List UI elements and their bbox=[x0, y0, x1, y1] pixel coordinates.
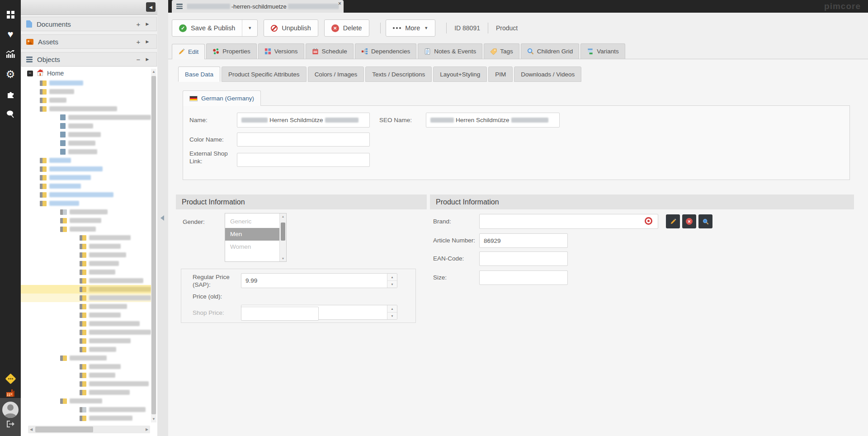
gender-list-scrollbar[interactable]: ▲ ▼ bbox=[279, 213, 286, 261]
tree-row[interactable] bbox=[21, 371, 151, 379]
tree-row[interactable] bbox=[21, 182, 151, 190]
favorites-heart-icon[interactable]: ♥ bbox=[0, 24, 21, 44]
color-name-input[interactable] bbox=[237, 133, 370, 147]
tree-row[interactable] bbox=[21, 79, 151, 87]
tree-row[interactable] bbox=[21, 345, 151, 354]
tree-root-home[interactable]: − Home bbox=[21, 69, 64, 78]
subtab-downloads-videos[interactable]: Downloads / Videos bbox=[514, 66, 581, 82]
gender-option-generic[interactable]: Generic bbox=[225, 215, 280, 228]
open-object-tab[interactable]: -herren-schildmuetze × bbox=[172, 0, 344, 13]
delete-button[interactable]: ✕ Delete bbox=[324, 19, 369, 37]
tab-tags[interactable]: Tags bbox=[484, 43, 519, 59]
tree-row[interactable] bbox=[21, 268, 151, 276]
scroll-up-icon[interactable]: ▲ bbox=[151, 69, 156, 75]
shop-price-input[interactable] bbox=[241, 307, 319, 321]
apps-grid-icon[interactable] bbox=[0, 5, 21, 24]
scroll-right-icon[interactable]: ▶ bbox=[144, 426, 150, 433]
subtab-texts-descriptions[interactable]: Texts / Descriptions bbox=[365, 66, 432, 82]
language-tab-german[interactable]: German (Germany) bbox=[183, 90, 261, 106]
tree-row[interactable] bbox=[21, 362, 151, 371]
tree-row[interactable] bbox=[21, 122, 151, 130]
add-asset-button[interactable]: + bbox=[134, 38, 143, 46]
search-icon[interactable] bbox=[0, 104, 21, 124]
reports-chart-icon[interactable] bbox=[0, 44, 21, 64]
more-button[interactable]: More ▼ bbox=[386, 19, 435, 37]
tab-notes-events[interactable]: Notes & Events bbox=[418, 43, 482, 59]
logout-icon[interactable] bbox=[7, 421, 14, 429]
brand-clear-button[interactable]: ✕ bbox=[682, 214, 696, 228]
gender-option-women[interactable]: Women bbox=[225, 241, 280, 253]
tree-row[interactable] bbox=[21, 147, 151, 156]
splitter-collapse-icon[interactable] bbox=[160, 215, 164, 221]
scroll-left-icon[interactable]: ◀ bbox=[28, 426, 34, 433]
tree-row[interactable] bbox=[21, 156, 151, 165]
gender-scroll-thumb[interactable] bbox=[281, 223, 285, 241]
tab-schedule[interactable]: Schedule bbox=[306, 43, 354, 59]
tree-row[interactable] bbox=[21, 414, 151, 422]
tab-variants[interactable]: Variants bbox=[580, 43, 625, 59]
documents-expand-icon[interactable]: ▶ bbox=[143, 22, 152, 26]
tree-row[interactable] bbox=[21, 165, 151, 173]
panel-collapse-button[interactable]: ◀ bbox=[146, 2, 156, 12]
tree-row[interactable] bbox=[21, 87, 151, 96]
objects-expand-icon[interactable]: ▶ bbox=[143, 57, 152, 62]
tree-row[interactable] bbox=[21, 113, 151, 122]
accordion-objects[interactable]: Objects − ▶ bbox=[21, 52, 157, 66]
tree-row[interactable] bbox=[21, 285, 151, 294]
horizontal-scroll-thumb[interactable] bbox=[35, 427, 93, 432]
external-shop-link-input[interactable] bbox=[237, 153, 370, 167]
tree-row[interactable] bbox=[21, 311, 151, 319]
tree-row[interactable] bbox=[21, 276, 151, 285]
save-publish-button[interactable]: ✓ Save & Publish bbox=[172, 20, 242, 36]
article-number-input[interactable]: 86929 bbox=[479, 233, 568, 248]
seo-name-input[interactable]: Herren Schildmütze bbox=[426, 113, 560, 128]
tree-row[interactable] bbox=[21, 139, 151, 147]
spinner-up-icon[interactable]: ▲ bbox=[387, 305, 397, 313]
subtab-layout-styling[interactable]: Layout+Styling bbox=[433, 66, 487, 82]
tree-row[interactable] bbox=[21, 173, 151, 182]
add-document-button[interactable]: + bbox=[134, 20, 143, 28]
tree-row[interactable] bbox=[21, 319, 151, 328]
name-input[interactable]: Herren Schildmütze bbox=[237, 113, 370, 128]
spinner-down-icon[interactable]: ▼ bbox=[387, 281, 397, 288]
size-input[interactable] bbox=[479, 270, 568, 285]
user-avatar[interactable] bbox=[2, 402, 19, 418]
tree-row[interactable] bbox=[21, 354, 151, 362]
extensions-puzzle-icon[interactable] bbox=[0, 84, 21, 104]
tree-row[interactable] bbox=[21, 96, 151, 104]
subtab-pim[interactable]: PIM bbox=[488, 66, 513, 82]
tree-row[interactable] bbox=[21, 302, 151, 311]
tree-row[interactable] bbox=[21, 242, 151, 251]
ean-code-input[interactable] bbox=[479, 251, 568, 266]
brand-edit-button[interactable] bbox=[666, 214, 680, 228]
tree-row[interactable] bbox=[21, 388, 151, 397]
brand-input[interactable] bbox=[479, 214, 658, 229]
tree-row[interactable] bbox=[21, 405, 151, 414]
tree-row[interactable] bbox=[21, 397, 151, 405]
spinner-down-icon[interactable]: ▼ bbox=[387, 313, 397, 319]
tab-children-grid[interactable]: Children Grid bbox=[521, 43, 580, 59]
tree-row[interactable] bbox=[21, 336, 151, 345]
unpublish-button[interactable]: Unpublish bbox=[264, 19, 318, 37]
tree-row[interactable] bbox=[21, 208, 151, 216]
subtab-base-data[interactable]: Base Data bbox=[178, 66, 220, 82]
collapse-objects-button[interactable]: − bbox=[134, 56, 143, 63]
tree-row[interactable] bbox=[21, 328, 151, 336]
tree-row[interactable] bbox=[21, 199, 151, 208]
vertical-scroll-thumb[interactable] bbox=[151, 76, 156, 414]
tab-menu-icon[interactable] bbox=[176, 4, 183, 9]
tab-dependencies[interactable]: Dependencies bbox=[355, 43, 416, 59]
tab-edit[interactable]: Edit bbox=[172, 44, 205, 59]
scroll-up-icon[interactable]: ▲ bbox=[280, 215, 286, 218]
brand-search-button[interactable] bbox=[698, 214, 712, 228]
spinner-up-icon[interactable]: ▲ bbox=[387, 274, 397, 281]
tree-horizontal-scrollbar[interactable]: ◀ ▶ bbox=[28, 426, 150, 433]
tree-row[interactable] bbox=[21, 251, 151, 259]
gender-multiselect[interactable]: Generic Men Women ▲ ▼ bbox=[225, 213, 287, 262]
assets-expand-icon[interactable]: ▶ bbox=[143, 39, 152, 44]
tree-row[interactable] bbox=[21, 190, 151, 199]
gender-option-men[interactable]: Men bbox=[225, 228, 280, 241]
accordion-documents[interactable]: Documents + ▶ bbox=[21, 17, 157, 31]
tab-versions[interactable]: Versions bbox=[258, 43, 304, 59]
scroll-down-icon[interactable]: ▼ bbox=[151, 416, 156, 422]
